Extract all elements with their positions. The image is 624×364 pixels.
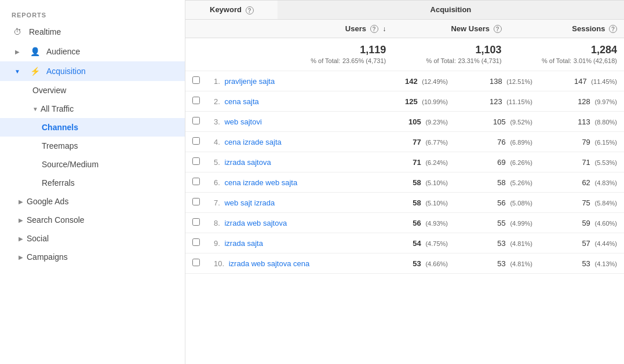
sidebar-item-acquisition[interactable]: ▼ ⚡ Acquisition <box>0 61 185 81</box>
table-row: 2. cena sajta 125 (10.99%) 123 (11.15%) … <box>185 91 624 112</box>
sidebar-item-realtime[interactable]: ⏱ Realtime <box>0 22 185 42</box>
new-users-cell: 105 (9.52%) <box>455 112 539 132</box>
keyword-header: Keyword ? <box>203 1 278 20</box>
totals-new-users-value: 1,103 <box>400 44 501 56</box>
users-pct: (4.75%) <box>425 240 448 247</box>
sessions-value: 59 <box>582 219 590 227</box>
keyword-link[interactable]: izrada web sajtova cena <box>229 259 309 268</box>
row-checkbox[interactable] <box>192 97 200 104</box>
row-number: 3. <box>214 117 220 126</box>
new-users-pct: (4.81%) <box>510 260 532 267</box>
row-checkbox[interactable] <box>192 198 200 205</box>
arrow-down-icon: ▼ <box>32 106 38 112</box>
new-users-pct: (5.08%) <box>510 200 532 207</box>
keyword-link[interactable]: izrada sajtova <box>224 158 271 167</box>
new-users-cell: 69 (6.26%) <box>455 152 539 172</box>
sidebar-item-overview[interactable]: Overview <box>0 81 185 100</box>
keyword-link[interactable]: cena sajta <box>224 97 258 106</box>
totals-checkbox-cell <box>185 38 203 71</box>
table-container: Keyword ? Acquisition Users ? ↓ <box>185 0 624 274</box>
sidebar-section-label: REPORTS <box>0 6 185 22</box>
sidebar-item-search-console[interactable]: ▶ Search Console <box>0 211 185 229</box>
users-pct: (5.10%) <box>425 179 448 186</box>
row-checkbox[interactable] <box>192 137 200 145</box>
row-checkbox-cell <box>185 193 207 213</box>
table-row: 6. cena izrade web sajta 58 (5.10%) 58 (… <box>185 172 624 193</box>
table-row: 4. cena izrade sajta 77 (6.77%) 76 (6.89… <box>185 132 624 152</box>
users-value: 142 <box>405 77 418 86</box>
sessions-value: 75 <box>582 198 590 207</box>
keyword-cell: 10. izrada web sajtova cena <box>207 253 370 274</box>
row-checkbox[interactable] <box>192 238 200 246</box>
row-number: 9. <box>214 239 220 248</box>
keyword-link[interactable]: cena izrade sajta <box>224 138 281 146</box>
new-users-cell: 53 (4.81%) <box>455 233 539 253</box>
new-users-pct: (5.26%) <box>510 179 532 186</box>
sessions-pct: (9.97%) <box>594 98 617 105</box>
sidebar-item-source-medium[interactable]: Source/Medium <box>0 155 185 174</box>
sidebar-item-referrals[interactable]: Referrals <box>0 174 185 192</box>
sessions-cell: 71 (5.53%) <box>539 152 624 172</box>
sidebar-item-campaigns[interactable]: ▶ Campaigns <box>0 248 185 266</box>
new-users-pct: (12.51%) <box>506 78 532 85</box>
keyword-cell: 1. pravljenje sajta <box>207 71 370 91</box>
sidebar-item-treemaps[interactable]: Treemaps <box>0 137 185 155</box>
row-checkbox-cell <box>185 152 207 172</box>
new-users-value: 58 <box>497 178 505 187</box>
users-cell: 125 (10.99%) <box>370 91 455 112</box>
users-cell: 71 (6.24%) <box>370 152 455 172</box>
keyword-cell: 8. izrada web sajtova <box>207 213 370 233</box>
sidebar-item-label: Treemaps <box>42 141 78 150</box>
sessions-pct: (4.13%) <box>594 260 617 267</box>
row-checkbox[interactable] <box>192 157 200 165</box>
sidebar-item-social[interactable]: ▶ Social <box>0 229 185 248</box>
keyword-help-icon[interactable]: ? <box>246 6 254 14</box>
users-help-icon[interactable]: ? <box>370 25 378 33</box>
sessions-col: Sessions ? <box>509 19 624 38</box>
keyword-link[interactable]: cena izrade web sajta <box>224 178 297 187</box>
keyword-col <box>203 19 278 38</box>
keyword-link[interactable]: izrada sajta <box>224 239 262 248</box>
users-cell: 53 (4.66%) <box>370 253 455 274</box>
row-checkbox[interactable] <box>192 259 200 266</box>
row-checkbox[interactable] <box>192 178 200 185</box>
sidebar-item-label: Campaigns <box>27 252 68 262</box>
row-checkbox[interactable] <box>192 218 200 226</box>
users-value: 58 <box>413 198 421 207</box>
new-users-value: 56 <box>497 198 505 207</box>
keyword-link[interactable]: izrada web sajtova <box>224 219 287 227</box>
totals-sessions-pct-label: % of Total: <box>542 57 571 64</box>
sidebar-item-all-traffic[interactable]: ▼ All Traffic <box>0 100 185 118</box>
row-checkbox[interactable] <box>192 76 200 84</box>
sidebar-item-google-ads[interactable]: ▶ Google Ads <box>0 192 185 211</box>
new-users-cell: 56 (5.08%) <box>455 193 539 213</box>
sessions-cell: 147 (11.45%) <box>539 71 624 91</box>
new-users-help-icon[interactable]: ? <box>494 25 502 33</box>
sidebar-item-audience[interactable]: ▶ 👤 Audience <box>0 42 185 61</box>
new-users-pct: (6.89%) <box>510 139 532 146</box>
row-number: 4. <box>214 138 220 146</box>
new-users-col: New Users ? <box>393 19 508 38</box>
keyword-link[interactable]: pravljenje sajta <box>224 77 275 86</box>
sidebar-item-label: Audience <box>46 47 80 56</box>
sessions-cell: 113 (8.80%) <box>539 112 624 132</box>
table-row: 3. web sajtovi 105 (9.23%) 105 (9.52%) 1… <box>185 112 624 132</box>
row-number: 6. <box>214 178 220 187</box>
sessions-pct: (4.83%) <box>594 179 617 186</box>
sessions-value: 147 <box>574 77 587 86</box>
new-users-value: 123 <box>490 97 502 106</box>
row-checkbox[interactable] <box>192 117 200 124</box>
keyword-link[interactable]: web sajtovi <box>224 117 261 126</box>
table-row: 8. izrada web sajtova 56 (4.93%) 55 (4.9… <box>185 213 624 233</box>
users-sort-icon[interactable]: ↓ <box>382 25 386 33</box>
users-cell: 58 (5.10%) <box>370 193 455 213</box>
users-pct: (6.24%) <box>425 159 448 166</box>
new-users-value: 69 <box>497 158 505 167</box>
sidebar-item-label: Google Ads <box>27 197 68 206</box>
sidebar-item-channels[interactable]: Channels <box>0 118 185 137</box>
sessions-help-icon[interactable]: ? <box>609 25 617 33</box>
keyword-link[interactable]: web sajt izrada <box>224 198 275 207</box>
new-users-cell: 55 (4.99%) <box>455 213 539 233</box>
totals-users-value: 1,119 <box>284 44 386 56</box>
users-pct: (5.10%) <box>425 200 448 207</box>
